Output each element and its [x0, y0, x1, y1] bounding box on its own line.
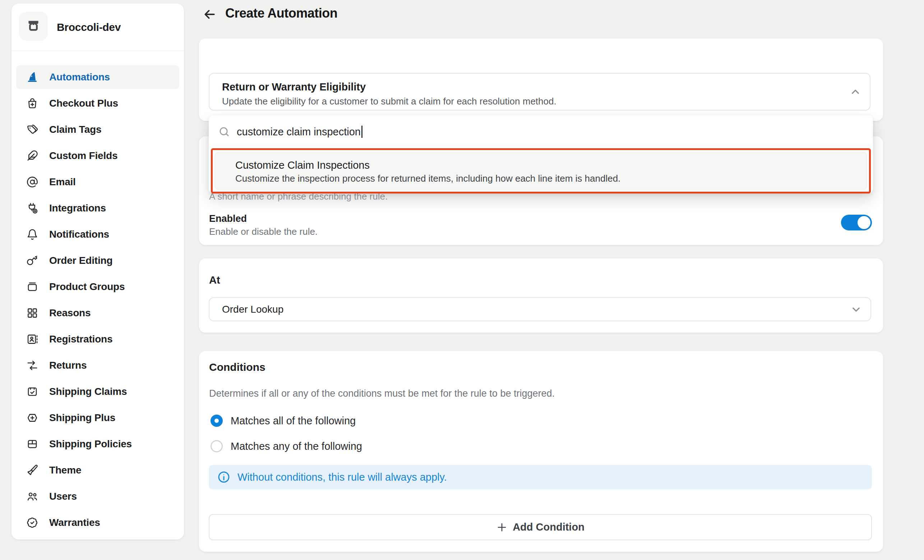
conditions-title: Conditions — [209, 361, 266, 373]
order-editing-icon — [26, 255, 39, 267]
sidebar-item-returns[interactable]: Returns — [16, 353, 179, 377]
sidebar-item-label: Order Editing — [49, 255, 112, 267]
sidebar-item-notifications[interactable]: Notifications — [16, 223, 179, 246]
sidebar-item-label: Warranties — [49, 517, 100, 529]
dropdown-option-description: Customize the inspection process for ret… — [235, 173, 620, 184]
toggle-knob — [858, 216, 870, 229]
radio-option-any[interactable]: Matches any of the following — [210, 440, 362, 452]
search-input-value[interactable]: customize claim inspection — [237, 126, 361, 138]
sidebar-item-label: Registrations — [49, 334, 112, 345]
text-caret — [362, 126, 363, 138]
plus-icon — [496, 522, 508, 533]
action-dropdown: customize claim inspection Customize Cla… — [209, 115, 873, 193]
dropdown-option[interactable]: Customize Claim Inspections Customize th… — [215, 152, 867, 190]
sidebar: Broccoli-dev Automations Checkout Plus C… — [12, 4, 184, 539]
radio-selected-icon — [210, 415, 223, 427]
sidebar-item-label: Email — [49, 176, 76, 188]
dropdown-search[interactable]: customize claim inspection — [209, 115, 873, 148]
back-button[interactable] — [202, 6, 218, 22]
chevron-up-icon — [849, 85, 862, 98]
sidebar-item-product-groups[interactable]: Product Groups — [16, 275, 179, 299]
radio-unselected-icon — [210, 440, 223, 452]
arrow-left-icon — [203, 7, 217, 21]
dropdown-option-title: Customize Claim Inspections — [235, 159, 370, 171]
sidebar-item-label: Claim Tags — [49, 124, 101, 135]
at-select[interactable]: Order Lookup — [209, 297, 871, 321]
highlight-border: Customize Claim Inspections Customize th… — [211, 148, 871, 193]
sidebar-item-claim-tags[interactable]: Claim Tags — [16, 118, 179, 141]
shipping-policies-icon — [26, 438, 39, 450]
conditions-description: Determines if all or any of the conditio… — [209, 388, 555, 399]
sidebar-item-warranties[interactable]: Warranties — [16, 511, 179, 535]
sidebar-item-checkout-plus[interactable]: Checkout Plus — [16, 91, 179, 115]
sidebar-item-shipping-plus[interactable]: Shipping Plus — [16, 406, 179, 430]
integrations-icon — [26, 202, 39, 214]
sidebar-item-automations[interactable]: Automations — [16, 65, 179, 89]
returns-icon — [26, 359, 39, 371]
users-icon — [26, 490, 39, 503]
at-select-value: Order Lookup — [222, 304, 284, 315]
action-select-description: Update the eligibility for a customer to… — [222, 96, 556, 107]
search-icon — [218, 126, 230, 138]
add-condition-button[interactable]: Add Condition — [209, 514, 872, 540]
registrations-icon — [26, 333, 39, 345]
enabled-label: Enabled — [209, 213, 247, 225]
storefront-icon — [26, 18, 41, 34]
sidebar-item-label: Theme — [49, 464, 81, 476]
sidebar-nav: Automations Checkout Plus Claim Tags Cus… — [16, 65, 179, 537]
theme-icon — [26, 464, 39, 476]
add-condition-label: Add Condition — [513, 521, 585, 533]
warranties-icon — [26, 517, 39, 529]
sidebar-item-integrations[interactable]: Integrations — [16, 196, 179, 220]
sidebar-item-theme[interactable]: Theme — [16, 458, 179, 482]
radio-option-all[interactable]: Matches all of the following — [210, 415, 356, 427]
page-title: Create Automation — [225, 6, 338, 21]
workspace-header[interactable]: Broccoli-dev — [12, 4, 184, 51]
enabled-toggle[interactable] — [841, 215, 872, 231]
workspace-avatar — [19, 12, 48, 40]
action-select[interactable]: Return or Warranty Eligibility Update th… — [209, 73, 870, 111]
automations-icon — [26, 71, 39, 83]
action-select-title: Return or Warranty Eligibility — [222, 81, 366, 93]
sidebar-item-shipping-claims[interactable]: Shipping Claims — [16, 380, 179, 403]
app-root: Broccoli-dev Automations Checkout Plus C… — [0, 0, 924, 560]
email-icon — [26, 176, 39, 188]
sidebar-item-label: Automations — [49, 72, 110, 83]
enabled-description: Enable or disable the rule. — [209, 226, 318, 237]
action-card: What would you like to do? Return or War… — [199, 38, 883, 121]
info-banner-text: Without conditions, this rule will alway… — [237, 471, 447, 483]
product-groups-icon — [26, 281, 39, 293]
sidebar-item-shipping-policies[interactable]: Shipping Policies — [16, 432, 179, 456]
claim-tags-icon — [26, 123, 39, 136]
sidebar-item-label: Shipping Claims — [49, 386, 127, 397]
checkout-plus-icon — [26, 97, 39, 109]
custom-fields-icon — [26, 150, 39, 162]
sidebar-item-custom-fields[interactable]: Custom Fields — [16, 144, 179, 168]
sidebar-item-label: Reasons — [49, 307, 90, 319]
sidebar-item-label: Notifications — [49, 229, 109, 240]
info-banner: Without conditions, this rule will alway… — [209, 465, 872, 489]
sidebar-item-label: Integrations — [49, 202, 106, 214]
notifications-icon — [26, 228, 39, 241]
sidebar-item-label: Product Groups — [49, 281, 124, 293]
sidebar-item-email[interactable]: Email — [16, 170, 179, 194]
sidebar-item-label: Returns — [49, 360, 87, 371]
at-card-label: At — [209, 274, 220, 286]
sidebar-item-order-editing[interactable]: Order Editing — [16, 249, 179, 273]
sidebar-divider — [12, 51, 184, 51]
sidebar-item-label: Checkout Plus — [49, 97, 118, 109]
info-icon — [218, 471, 230, 484]
shipping-claims-icon — [26, 386, 39, 398]
workspace-name: Broccoli-dev — [57, 4, 121, 51]
sidebar-item-label: Shipping Plus — [49, 412, 116, 424]
sidebar-item-users[interactable]: Users — [16, 485, 179, 508]
sidebar-item-registrations[interactable]: Registrations — [16, 327, 179, 351]
sidebar-item-label: Shipping Policies — [49, 438, 132, 450]
chevron-down-icon — [850, 303, 862, 316]
reasons-icon — [26, 307, 39, 319]
sidebar-item-reasons[interactable]: Reasons — [16, 301, 179, 325]
shipping-plus-icon — [26, 412, 39, 424]
sidebar-item-label: Users — [49, 491, 77, 502]
sidebar-item-label: Custom Fields — [49, 150, 117, 162]
at-card: At Order Lookup — [199, 259, 883, 333]
